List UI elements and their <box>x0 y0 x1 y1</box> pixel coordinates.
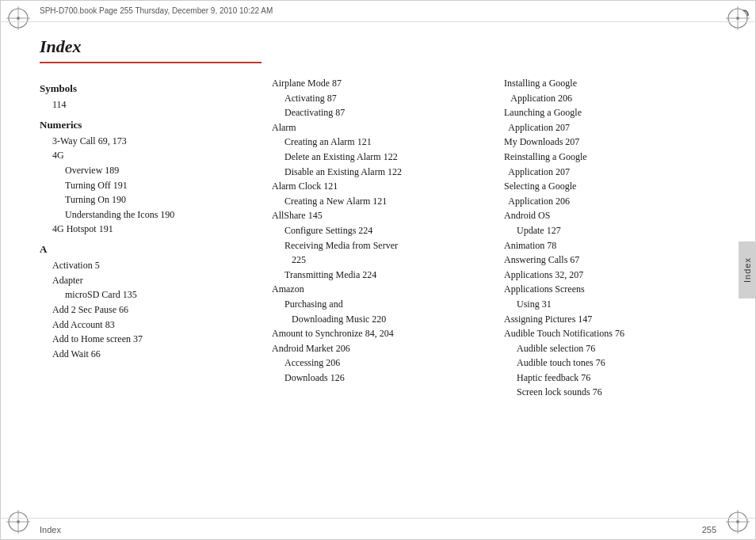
list-item: Screen lock sounds 76 <box>517 385 724 400</box>
list-item: Creating an Alarm 121 <box>284 135 492 150</box>
column-right: Installing a Google Application 206 Laun… <box>500 76 732 518</box>
list-item: My Downloads 207 <box>504 135 724 150</box>
list-item: Audible Touch Notifications 76 <box>504 326 724 341</box>
list-item: Reinstalling a Google Application 207 <box>504 150 724 179</box>
list-item: Accessing 206 <box>284 356 492 371</box>
list-item: AllShare 145 <box>272 208 492 223</box>
list-item: Purchasing and Downloading Music 220 <box>284 297 492 326</box>
list-item: Answering Calls 67 <box>504 253 724 268</box>
list-item: Add Wait 66 <box>52 347 260 362</box>
columns: Symbols 114 Numerics 3-Way Call 69, 173 … <box>40 76 732 518</box>
section-symbols: Symbols <box>40 81 260 97</box>
list-item: Audible selection 76 <box>517 341 724 356</box>
list-item: Update 127 <box>517 223 724 238</box>
list-item: Overview 189 <box>65 163 260 178</box>
list-item: Installing a Google Application 206 <box>504 76 724 105</box>
column-mid: Airplane Mode 87 Activating 87 Deactivat… <box>268 76 500 518</box>
list-item: Transmitting Media 224 <box>284 268 492 283</box>
section-numerics: Numerics <box>40 117 260 133</box>
title-underline <box>40 62 262 63</box>
list-item: Adapter <box>52 273 260 288</box>
list-item: Disable an Existing Alarm 122 <box>284 165 492 180</box>
list-item: Amazon <box>272 282 492 297</box>
list-item: Turning On 190 <box>65 192 260 207</box>
list-item: Add Account 83 <box>52 318 260 333</box>
list-item: Add 2 Sec Pause 66 <box>52 302 260 318</box>
list-item: Alarm Clock 121 <box>272 179 492 194</box>
list-item: Animation 78 <box>504 238 724 253</box>
list-item: Haptic feedback 76 <box>517 371 724 386</box>
list-item: Turning Off 191 <box>65 178 260 193</box>
header-bar: SPH-D700.book Page 255 Thursday, Decembe… <box>0 0 756 22</box>
list-item: Configure Settings 224 <box>284 223 492 238</box>
column-left: Symbols 114 Numerics 3-Way Call 69, 173 … <box>40 76 268 518</box>
footer-bar: Index 255 <box>0 518 756 540</box>
list-item: Launching a Google Application 207 <box>504 105 724 135</box>
list-item: Using 31 <box>517 297 724 312</box>
side-tab: Index <box>739 241 756 299</box>
list-item: Understanding the Icons 190 <box>65 207 260 222</box>
list-item: Receiving Media from Server 225 <box>284 238 492 268</box>
page-title: Index <box>40 22 732 62</box>
list-item: Add to Home screen 37 <box>52 332 260 347</box>
list-item: Delete an Existing Alarm 122 <box>284 150 492 165</box>
list-item: Assigning Pictures 147 <box>504 312 724 327</box>
list-item: 4G <box>52 148 260 163</box>
list-item: Selecting a Google Application 206 <box>504 179 724 208</box>
list-item: Alarm <box>272 120 492 135</box>
footer-right: 255 <box>702 525 716 534</box>
list-item: Android OS <box>504 208 724 223</box>
list-item: 114 <box>52 97 260 112</box>
list-item: 4G Hotspot 191 <box>52 222 260 237</box>
list-item: Activation 5 <box>52 258 260 273</box>
list-item: Android Market 206 <box>272 341 492 356</box>
list-item: Downloads 126 <box>284 371 492 386</box>
content-area: Index Symbols 114 Numerics 3-Way Call 69… <box>40 22 732 518</box>
list-item: Creating a New Alarm 121 <box>284 194 492 209</box>
list-item: microSD Card 135 <box>65 287 260 302</box>
list-item: Applications 32, 207 <box>504 268 724 283</box>
list-item: Applications Screens <box>504 282 724 297</box>
list-item: Audible touch tones 76 <box>517 356 724 371</box>
footer-left: Index <box>40 525 61 534</box>
list-item: Activating 87 <box>284 91 492 106</box>
list-item: Deactivating 87 <box>284 105 492 120</box>
list-item: Airplane Mode 87 <box>272 76 492 91</box>
section-a: A <box>40 241 260 257</box>
header-text: SPH-D700.book Page 255 Thursday, Decembe… <box>40 6 273 15</box>
list-item: Amount to Synchronize 84, 204 <box>272 326 492 341</box>
list-item: 3-Way Call 69, 173 <box>52 134 260 149</box>
